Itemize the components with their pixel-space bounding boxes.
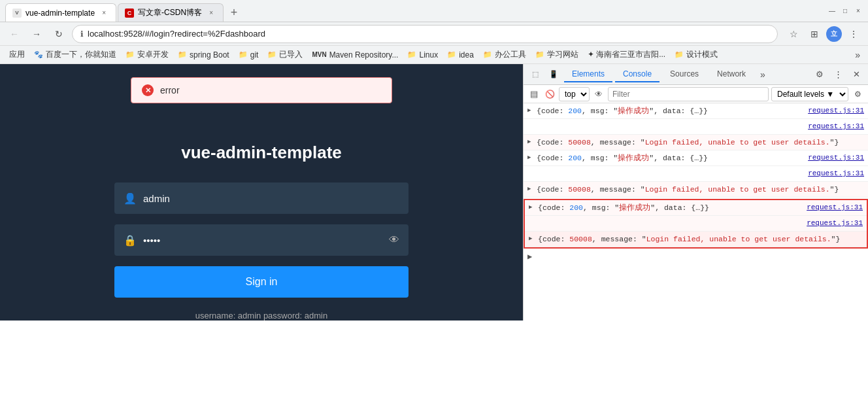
device-toolbar-button[interactable]: 📱	[546, 67, 561, 82]
lock-icon-pw: 🔒	[124, 234, 137, 247]
bookmark-imported[interactable]: 📁 已导入	[263, 48, 307, 61]
tab-csdn[interactable]: C 写文章-CSDN博客 ×	[118, 3, 224, 22]
address-input[interactable]	[88, 29, 769, 39]
console-msg-1: {code: 200, msg: "操作成功", data: {…}}	[537, 105, 808, 116]
imported-label: 已导入	[279, 49, 303, 60]
expand-arrow-9[interactable]: ▶	[529, 235, 537, 243]
console-entry-2: request.js:31	[524, 119, 868, 135]
devtools-settings-button[interactable]: ⚙	[812, 67, 827, 82]
console-link-7[interactable]: request.js:31	[807, 202, 863, 213]
browser-window: V vue-admin-template × C 写文章-CSDN博客 × + …	[0, 0, 868, 321]
folder-icon-8: 📁	[447, 50, 456, 59]
tab-network[interactable]: Network	[709, 67, 754, 82]
expand-arrow-7[interactable]: ▶	[529, 203, 537, 211]
spring-label: spring Boot	[190, 50, 229, 60]
folder-icon-10: 📁	[535, 50, 544, 59]
error-icon: ✕	[142, 84, 154, 96]
folder-icon-9: 📁	[483, 50, 492, 59]
bookmark-maven[interactable]: MVN Maven Repository...	[308, 49, 402, 61]
password-toggle-icon[interactable]: 👁	[389, 234, 399, 246]
console-link-8[interactable]: request.js:31	[807, 218, 863, 229]
bookmark-apps[interactable]: 应用	[5, 48, 29, 61]
devtools-more-tabs[interactable]: »	[756, 67, 769, 82]
android-label: 安卓开发	[137, 49, 169, 60]
folder-icon: 🐾	[34, 50, 43, 59]
bookmark-spring[interactable]: 📁 spring Boot	[174, 49, 233, 61]
tab-elements[interactable]: Elements	[564, 67, 612, 82]
console-clear-button[interactable]: 🚫	[543, 88, 556, 101]
extensions-button[interactable]: ⊞	[805, 25, 824, 43]
console-context-select[interactable]: top	[559, 87, 590, 101]
console-msg-6: {code: 50008, message: "Login failed, un…	[537, 184, 864, 195]
tab-close-2[interactable]: ×	[206, 8, 216, 18]
design-label: 设计模式	[686, 49, 718, 60]
maximize-button[interactable]: □	[841, 7, 850, 16]
expand-arrow-6[interactable]: ▶	[527, 185, 535, 193]
bookmark-office[interactable]: 📁 办公工具	[479, 48, 530, 61]
devtools-close-button[interactable]: ✕	[848, 67, 864, 82]
minimize-button[interactable]: —	[827, 7, 837, 16]
password-input[interactable]	[143, 235, 382, 246]
new-tab-button[interactable]: +	[225, 3, 243, 22]
bookmark-more-button[interactable]: »	[852, 48, 863, 61]
tab-favicon-2: C	[125, 9, 134, 18]
user-avatar[interactable]: 立	[826, 26, 842, 42]
console-filter-input[interactable]	[608, 87, 769, 101]
console-link-5[interactable]: request.js:31	[808, 168, 864, 179]
console-entry-6: ▶ {code: 50008, message: "Login failed, …	[524, 182, 868, 198]
bookmark-design[interactable]: 📁 设计模式	[671, 48, 722, 61]
sign-in-button[interactable]: Sign in	[114, 266, 409, 298]
console-msg-9: {code: 50008, message: "Login failed, un…	[538, 234, 863, 245]
folder-icon-4: 📁	[239, 50, 248, 59]
address-bar[interactable]: ℹ	[72, 25, 778, 43]
tab-close-1[interactable]: ×	[99, 8, 109, 18]
baidu-label: 百度一下，你就知道	[46, 49, 116, 60]
tab-vue-admin[interactable]: V vue-admin-template ×	[5, 3, 116, 22]
menu-button[interactable]: ⋮	[844, 25, 863, 43]
username-field: 👤	[114, 182, 409, 214]
login-title: vue-admin-template	[181, 143, 342, 163]
linux-label: Linux	[419, 50, 438, 60]
user-icon: 👤	[124, 192, 137, 205]
toolbar-icons: ☆ ⊞ 立 ⋮	[784, 25, 863, 43]
back-button[interactable]: ←	[5, 25, 24, 43]
expand-arrow-3[interactable]: ▶	[527, 138, 535, 146]
bookmark-linux[interactable]: 📁 Linux	[403, 49, 442, 61]
inspect-element-button[interactable]: ⬚	[527, 67, 543, 82]
console-link-1[interactable]: request.js:31	[808, 105, 864, 116]
console-eye-button[interactable]: 👁	[592, 88, 605, 101]
refresh-button[interactable]: ↻	[50, 25, 68, 43]
console-sidebar-button[interactable]: ▤	[527, 88, 541, 101]
expand-arrow-1[interactable]: ▶	[527, 107, 535, 114]
close-button[interactable]: ×	[854, 7, 863, 16]
bookmark-idea[interactable]: 📁 idea	[443, 49, 478, 61]
console-link-2[interactable]: request.js:31	[808, 121, 864, 132]
tab-console[interactable]: Console	[615, 67, 659, 82]
folder-icon-5: 📁	[267, 50, 276, 59]
console-link-4[interactable]: request.js:31	[808, 152, 864, 164]
console-msg-7: {code: 200, msg: "操作成功", data: {…}}	[538, 202, 807, 213]
username-input[interactable]	[143, 193, 399, 204]
console-bottom-expand[interactable]: ▶	[524, 250, 868, 264]
console-levels-select[interactable]: Default levels ▼	[771, 87, 848, 101]
idea-label: idea	[459, 50, 474, 60]
devtools-menu-button[interactable]: ⋮	[830, 67, 846, 82]
bookmark-hainan[interactable]: ✦ 海南省三亚市吉阳...	[584, 48, 669, 61]
expand-arrow-4[interactable]: ▶	[527, 154, 535, 162]
console-entry-1: ▶ {code: 200, msg: "操作成功", data: {…}} re…	[524, 103, 868, 119]
devtools-panel: ⬚ 📱 Elements Console Sources Network » ⚙…	[523, 64, 868, 321]
devtools-top-bar: ⬚ 📱 Elements Console Sources Network » ⚙…	[524, 64, 868, 85]
bookmark-android[interactable]: 📁 安卓开发	[122, 48, 173, 61]
star-button[interactable]: ☆	[784, 25, 803, 43]
bookmarks-bar: 应用 🐾 百度一下，你就知道 📁 安卓开发 📁 spring Boot 📁 gi…	[0, 46, 868, 64]
bookmark-baidu[interactable]: 🐾 百度一下，你就知道	[30, 48, 120, 61]
console-settings-button[interactable]: ⚙	[851, 88, 864, 101]
tab-sources[interactable]: Sources	[662, 67, 707, 82]
forward-button[interactable]: →	[27, 25, 46, 43]
window-controls: — □ ×	[827, 7, 863, 16]
bookmark-git[interactable]: 📁 git	[235, 49, 263, 61]
bookmark-study[interactable]: 📁 学习网站	[531, 48, 582, 61]
console-entry-8: request.js:31	[525, 216, 867, 232]
titlebar: V vue-admin-template × C 写文章-CSDN博客 × + …	[0, 0, 868, 22]
tab-favicon-1: V	[12, 9, 22, 18]
